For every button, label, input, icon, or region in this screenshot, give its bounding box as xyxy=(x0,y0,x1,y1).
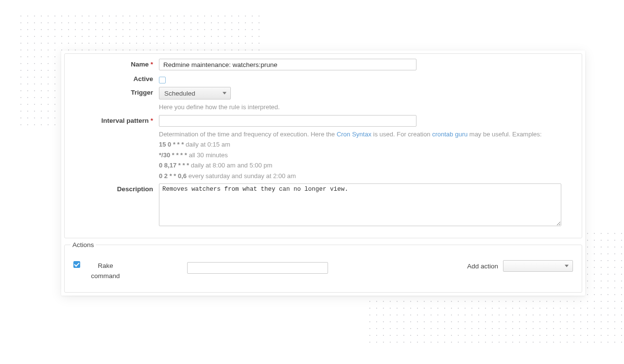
cron-example-desc: daily at 0:15 am xyxy=(184,141,230,148)
required-asterisk: * xyxy=(151,117,153,124)
actions-legend: Actions xyxy=(70,241,96,248)
cron-syntax-link[interactable]: Cron Syntax xyxy=(337,131,372,138)
interval-label: Interval pattern * xyxy=(71,115,159,124)
cron-example-desc: every saturday and sunday at 2:00 am xyxy=(187,172,296,180)
add-action-label: Add action xyxy=(467,263,498,270)
trigger-label: Trigger xyxy=(71,87,159,96)
interval-help: Determination of the time and frequency … xyxy=(159,130,575,181)
cron-example-code: 15 0 * * * xyxy=(159,141,184,148)
required-asterisk: * xyxy=(151,61,153,68)
name-label: Name * xyxy=(71,59,159,68)
trigger-select[interactable]: Scheduled xyxy=(159,87,231,99)
crontab-guru-link[interactable]: crontab guru xyxy=(432,131,468,138)
cron-example: 0 8,17 * * * daily at 8:00 am and 5:00 p… xyxy=(159,161,575,170)
cron-example: 0 2 * * 0,6 every saturday and sunday at… xyxy=(159,171,575,181)
name-row: Name * xyxy=(71,59,575,70)
active-row: Active xyxy=(71,73,575,84)
name-input[interactable] xyxy=(159,59,416,70)
main-fieldset: Name * Active Trigger Scheduled Here you… xyxy=(64,53,582,238)
cron-example-desc: daily at 8:00 am and 5:00 pm xyxy=(189,162,272,169)
interval-input[interactable] xyxy=(159,115,416,127)
rake-command-input[interactable] xyxy=(187,262,328,274)
cron-example: */30 * * * * all 30 minutes xyxy=(159,150,575,160)
actions-fieldset: Actions Rake command Add action xyxy=(64,241,582,293)
active-label: Active xyxy=(71,73,159,83)
description-row: Description xyxy=(71,183,575,228)
trigger-row: Trigger Scheduled Here you define how th… xyxy=(71,87,575,112)
add-action-select[interactable] xyxy=(503,260,573,272)
chevron-down-icon xyxy=(223,92,226,95)
rake-checkbox[interactable] xyxy=(73,261,80,268)
trigger-help-text: Here you define how the rule is interpre… xyxy=(159,102,575,112)
cron-example-code: 0 2 * * 0,6 xyxy=(159,172,187,180)
rake-command-label: Rake command xyxy=(86,261,125,281)
interval-row: Interval pattern * Determination of the … xyxy=(71,115,575,181)
chevron-down-icon xyxy=(565,265,569,267)
cron-example-desc: all 30 minutes xyxy=(187,151,228,159)
description-textarea[interactable] xyxy=(159,183,561,226)
cron-example-code: 0 8,17 * * * xyxy=(159,162,189,169)
cron-example: 15 0 * * * daily at 0:15 am xyxy=(159,140,575,149)
form-panel: Name * Active Trigger Scheduled Here you… xyxy=(61,50,585,296)
cron-example-code: */30 * * * * xyxy=(159,151,187,159)
active-checkbox[interactable] xyxy=(159,77,166,83)
trigger-select-value: Scheduled xyxy=(164,90,195,97)
description-label: Description xyxy=(71,183,159,193)
